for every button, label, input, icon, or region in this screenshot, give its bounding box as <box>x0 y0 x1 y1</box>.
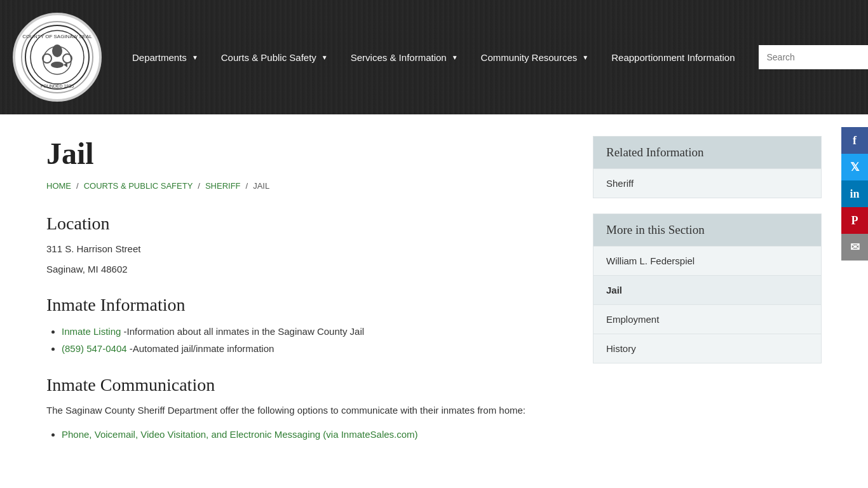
inmate-sales-link[interactable]: Phone, Voicemail, Video Visitation, and … <box>62 429 418 440</box>
inmate-info-heading: Inmate Information <box>46 295 567 315</box>
phone-text: -Automated jail/inmate information <box>127 343 275 354</box>
inmate-listing-link[interactable]: Inmate Listing <box>62 326 121 337</box>
pinterest-button[interactable]: P <box>841 207 868 234</box>
more-jail-link[interactable]: Jail <box>593 275 821 304</box>
more-history-link[interactable]: History <box>593 334 821 363</box>
inmate-comm-intro: The Saginaw County Sheriff Department of… <box>46 403 567 418</box>
list-item: Phone, Voicemail, Video Visitation, and … <box>62 426 567 443</box>
departments-arrow: ▼ <box>192 54 198 61</box>
breadcrumb-sep-2: / <box>198 181 200 191</box>
content-area: Jail HOME / COURTS & PUBLIC SAFETY / SHE… <box>46 136 567 451</box>
twitter-button[interactable]: 𝕏 <box>841 154 868 180</box>
address-line1: 311 S. Harrison Street <box>46 241 567 257</box>
nav-courts-public-safety[interactable]: Courts & Public Safety ▼ <box>210 46 339 69</box>
social-sidebar: f 𝕏 in P ✉ <box>841 127 868 261</box>
phone-link[interactable]: (859) 547-0404 <box>62 343 127 354</box>
facebook-button[interactable]: f <box>841 127 868 154</box>
inmate-comm-list: Phone, Voicemail, Video Visitation, and … <box>62 426 567 443</box>
breadcrumb-sheriff[interactable]: SHERIFF <box>205 181 241 191</box>
related-sheriff-link[interactable]: Sheriff <box>593 168 821 198</box>
inmate-info-list: Inmate Listing -Information about all in… <box>62 323 567 357</box>
breadcrumb-sep-3: / <box>246 181 248 191</box>
svg-point-7 <box>52 44 62 57</box>
location-heading: Location <box>46 214 567 234</box>
courts-arrow: ▼ <box>322 54 328 61</box>
nav-reapportionment[interactable]: Reapportionment Information <box>600 46 746 69</box>
main-nav: Departments ▼ Courts & Public Safety ▼ S… <box>121 46 746 69</box>
nav-departments[interactable]: Departments ▼ <box>121 46 210 69</box>
list-item: Inmate Listing -Information about all in… <box>62 323 567 340</box>
breadcrumb-current: JAIL <box>253 181 269 191</box>
site-header: COUNTY OF SAGINAW SEAL FOUNDED 1835 <box>0 0 868 114</box>
community-arrow: ▼ <box>582 54 588 61</box>
list-item: (859) 547-0404 -Automated jail/inmate in… <box>62 340 567 357</box>
address-line2: Saginaw, MI 48602 <box>46 262 567 277</box>
svg-text:COUNTY OF SAGINAW SEAL: COUNTY OF SAGINAW SEAL <box>22 34 92 39</box>
related-info-box: Related Information Sheriff <box>593 136 822 198</box>
main-container: Jail HOME / COURTS & PUBLIC SAFETY / SHE… <box>21 117 847 470</box>
inmate-listing-text: -Information about all inmates in the Sa… <box>121 326 364 337</box>
breadcrumb-courts[interactable]: COURTS & PUBLIC SAFETY <box>84 181 193 191</box>
search-input[interactable] <box>759 45 868 69</box>
search-area: 🔍 Search <box>759 45 868 69</box>
sidebar: Related Information Sheriff More in this… <box>593 136 822 451</box>
page-title: Jail <box>46 136 567 171</box>
more-federspiel-link[interactable]: William L. Federspiel <box>593 246 821 275</box>
related-info-heading: Related Information <box>593 137 821 168</box>
nav-community-resources[interactable]: Community Resources ▼ <box>470 46 600 69</box>
svg-text:FOUNDED 1835: FOUNDED 1835 <box>41 84 74 88</box>
logo-wrap[interactable]: COUNTY OF SAGINAW SEAL FOUNDED 1835 <box>13 13 102 102</box>
breadcrumb: HOME / COURTS & PUBLIC SAFETY / SHERIFF … <box>46 181 567 191</box>
svg-point-5 <box>51 62 64 68</box>
linkedin-button[interactable]: in <box>841 180 868 207</box>
services-arrow: ▼ <box>452 54 458 61</box>
more-employment-link[interactable]: Employment <box>593 304 821 334</box>
more-section-heading: More in this Section <box>593 214 821 246</box>
more-section-box: More in this Section William L. Federspi… <box>593 214 822 363</box>
nav-services-information[interactable]: Services & Information ▼ <box>339 46 470 69</box>
breadcrumb-sep-1: / <box>76 181 79 191</box>
email-button[interactable]: ✉ <box>841 234 868 261</box>
inmate-comm-heading: Inmate Communication <box>46 375 567 395</box>
breadcrumb-home[interactable]: HOME <box>46 181 71 191</box>
logo-circle: COUNTY OF SAGINAW SEAL FOUNDED 1835 <box>13 13 102 102</box>
